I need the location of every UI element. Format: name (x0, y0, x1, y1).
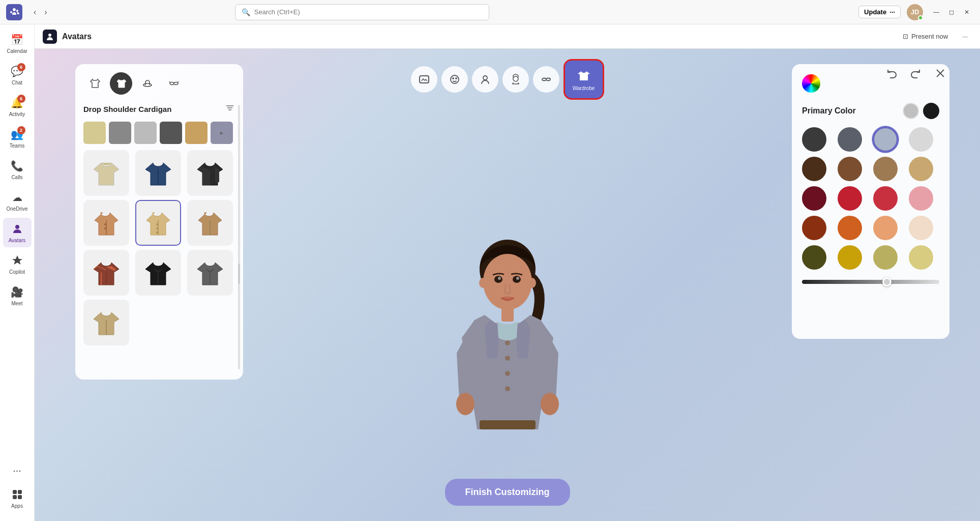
back-button[interactable]: ‹ (31, 6, 39, 19)
color-swatch-17[interactable] (802, 245, 826, 270)
maximize-button[interactable]: ◻ (944, 5, 959, 19)
color-swatch-18[interactable] (838, 245, 862, 270)
svg-point-43 (498, 277, 501, 280)
color-swatch-11[interactable] (873, 186, 898, 211)
color-swatch-14[interactable] (838, 216, 862, 240)
wardrobe-tab-shirt[interactable] (83, 72, 106, 95)
strip-item[interactable] (83, 122, 106, 144)
filter-button[interactable] (225, 103, 235, 115)
onedrive-icon: ☁ (10, 190, 24, 205)
svg-point-29 (156, 231, 158, 234)
present-label: Present now (911, 33, 948, 40)
svg-point-0 (15, 225, 19, 229)
sidebar-item-calls[interactable]: 📞 Calls (3, 155, 32, 184)
color-swatch-4[interactable] (909, 127, 933, 152)
forward-button[interactable]: › (41, 6, 50, 19)
wardrobe-scroll[interactable]: ▶ (83, 120, 235, 371)
strip-item[interactable] (160, 122, 182, 144)
strip-item[interactable] (185, 122, 207, 144)
sidebar-item-chat[interactable]: 💬 6 Chat (3, 60, 32, 90)
sidebar-item-onedrive[interactable]: ☁ OneDrive (3, 186, 32, 216)
color-swatch-12[interactable] (909, 186, 933, 211)
strip-item[interactable] (109, 122, 131, 144)
finish-customizing-button[interactable]: Finish Customizing (445, 479, 570, 506)
toolbar-face-button[interactable] (441, 66, 468, 93)
wardrobe-tab-glasses[interactable] (163, 72, 185, 95)
sidebar-item-avatars[interactable]: Avatars (3, 218, 32, 247)
update-button[interactable]: Update ··· (858, 6, 901, 18)
avatars-icon (10, 222, 24, 236)
toolbar-scenes-button[interactable] (411, 66, 437, 93)
toolbar-wardrobe-button[interactable]: Wardrobe (563, 59, 604, 100)
color-swatch-5[interactable] (802, 157, 826, 181)
toolbar-hair-button[interactable] (502, 66, 529, 93)
color-swatch-15[interactable] (873, 216, 898, 240)
clothing-item-beige-cardigan[interactable] (135, 200, 181, 246)
panel-scrollbar-thumb (238, 264, 240, 284)
app-title: Avatars (62, 32, 92, 41)
clothing-item-tan-jacket[interactable] (83, 300, 129, 345)
svg-point-28 (156, 227, 158, 229)
color-swatch-10[interactable] (838, 186, 862, 211)
color-swatch-9[interactable] (802, 186, 826, 211)
nav-arrows: ‹ › (31, 6, 50, 19)
search-input[interactable] (254, 8, 483, 16)
toolbar-skin-button[interactable] (472, 66, 498, 93)
color-swatch-19[interactable] (873, 245, 898, 270)
sidebar-item-copilot[interactable]: Copilot (3, 249, 32, 279)
sidebar-item-teams[interactable]: 👥 2 Teams (3, 123, 32, 153)
minimize-button[interactable]: — (929, 5, 943, 19)
sidebar-item-apps[interactable]: Apps (3, 483, 32, 513)
wardrobe-tabs (83, 72, 235, 95)
toolbar-accessories-button[interactable] (533, 66, 559, 93)
color-preview-dark[interactable] (923, 103, 939, 119)
color-swatch-7[interactable] (873, 157, 898, 181)
clothing-item-black-blazer[interactable] (135, 250, 181, 296)
clothing-grid (83, 148, 235, 348)
strip-item[interactable]: ▶ (211, 122, 233, 144)
color-swatch-3[interactable] (873, 127, 898, 152)
brightness-slider-thumb[interactable] (882, 277, 892, 286)
svg-point-12 (542, 78, 546, 81)
color-swatch-1[interactable] (802, 127, 826, 152)
clothing-item-gray-blazer[interactable] (187, 250, 233, 296)
clothing-item-military-jacket[interactable] (187, 150, 233, 196)
close-button[interactable]: ✕ (960, 5, 974, 19)
search-icon: 🔍 (242, 8, 250, 16)
present-now-button[interactable]: ⊡ Present now (899, 31, 952, 42)
search-bar[interactable]: 🔍 (235, 4, 489, 20)
sidebar-label-meet: Meet (11, 301, 22, 306)
sidebar-label-copilot: Copilot (9, 269, 25, 275)
sidebar-item-activity[interactable]: 🔔 6 Activity (3, 92, 32, 121)
color-swatch-13[interactable] (802, 216, 826, 240)
clothing-item-hoodie[interactable] (83, 150, 129, 196)
sidebar-label-calls: Calls (11, 175, 22, 180)
clothing-item-tan-cardigan[interactable] (187, 200, 233, 246)
svg-point-13 (546, 78, 550, 81)
color-swatch-2[interactable] (838, 127, 862, 152)
color-swatch-8[interactable] (909, 157, 933, 181)
sidebar-label-teams: Teams (10, 143, 24, 149)
color-swatch-6[interactable] (838, 157, 862, 181)
wardrobe-tab-hat[interactable] (136, 72, 159, 95)
svg-point-37 (483, 254, 532, 310)
color-preview-light[interactable] (903, 103, 919, 119)
wardrobe-tab-jacket[interactable] (110, 72, 132, 95)
wardrobe-panel: Drop Shoulder Cardigan ▶ (75, 64, 243, 380)
clothing-item-orange-cardigan[interactable] (83, 200, 129, 246)
color-swatch-20[interactable] (909, 245, 933, 270)
redo-button[interactable] (907, 64, 925, 82)
user-avatar[interactable]: JD (907, 4, 923, 20)
close-toolbar-button[interactable] (931, 64, 949, 82)
strip-item[interactable] (134, 122, 157, 144)
color-swatch-16[interactable] (909, 216, 933, 240)
sidebar-item-calendar[interactable]: 📅 Calendar (3, 28, 32, 58)
header-more-button[interactable]: ··· (958, 31, 972, 42)
sidebar-item-more[interactable]: ··· (3, 459, 32, 481)
sidebar-item-meet[interactable]: 🎥 Meet (3, 281, 32, 310)
undo-button[interactable] (882, 64, 901, 82)
clothing-item-plaid-jacket[interactable] (83, 250, 129, 296)
svg-point-18 (174, 82, 178, 85)
panel-scrollbar[interactable] (238, 105, 240, 369)
clothing-item-denim-jacket[interactable] (135, 150, 181, 196)
